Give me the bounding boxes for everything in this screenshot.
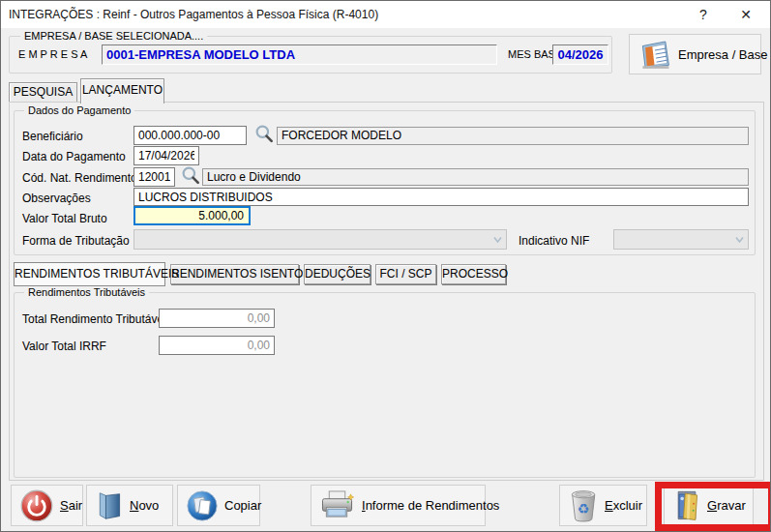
valor-total-bruto-label: Valor Total Bruto <box>22 212 107 225</box>
observacoes-input[interactable] <box>133 188 749 206</box>
subtab-deducoes[interactable]: DEDUÇÕES <box>304 264 371 284</box>
power-icon <box>19 488 54 523</box>
close-button[interactable]: ✕ <box>729 1 762 28</box>
indicativo-nif-label: Indicativo NIF <box>519 234 589 248</box>
empresa-base-button[interactable]: Empresa / Base <box>629 34 761 74</box>
trash-icon: ♻ <box>568 488 599 524</box>
svg-text:♻: ♻ <box>578 500 590 516</box>
novo-button[interactable]: Novo <box>86 485 173 526</box>
cod-nat-rendimento-input[interactable] <box>133 167 175 187</box>
excluir-button-label: Excluir <box>605 498 642 513</box>
copiar-button-label: Copiar <box>224 498 261 513</box>
sair-button-label: Sair <box>60 498 82 513</box>
beneficiario-label: Beneficiário <box>22 130 83 143</box>
cod-nat-rendimento-label: Cód. Nat. Rendimento <box>22 171 137 185</box>
subtab-processo[interactable]: PROCESSO <box>441 264 506 284</box>
indicativo-nif-select[interactable] <box>613 229 749 250</box>
title-bar: INTEGRAÇÕES : Reinf - Outros Pagamentos … <box>1 1 770 28</box>
forma-tributacao-label: Forma de Tributação <box>22 234 130 248</box>
calendar-icon <box>638 39 672 71</box>
data-pagamento-label: Data do Pagamento <box>22 150 126 163</box>
rendimentos-tributaveis-legend: Rendimentos Tributáveis <box>24 286 149 298</box>
subtab-fci-scp[interactable]: FCI / SCP <box>375 264 436 284</box>
observacoes-label: Observações <box>22 192 91 205</box>
empresa-label: E M P R E S A <box>18 48 87 60</box>
tab-pesquisa[interactable]: PESQUISA <box>9 82 77 103</box>
total-rendimento-tributavel-label: Total Rendimento Tributável <box>22 312 166 326</box>
gravar-button-label: Gravar <box>707 498 746 513</box>
informe-rendimentos-button[interactable]: Informe de Rendimentos <box>311 485 486 526</box>
cod-nat-descricao-field: Lucro e Dividendo <box>202 168 749 186</box>
valor-total-irrf-input[interactable] <box>159 336 275 355</box>
window-title: INTEGRAÇÕES : Reinf - Outros Pagamentos … <box>9 1 378 28</box>
beneficiario-nome-field: FORCEDOR MODELO <box>277 127 749 145</box>
empresa-base-button-label: Empresa / Base <box>678 47 768 62</box>
copy-icon <box>186 489 219 522</box>
chevron-down-icon <box>735 236 744 244</box>
save-folder-icon <box>672 488 701 523</box>
total-rendimento-tributavel-input[interactable] <box>159 309 275 328</box>
tab-lancamento[interactable]: LANÇAMENTO <box>80 78 164 103</box>
help-button[interactable]: ? <box>687 1 720 28</box>
sair-button[interactable]: Sair <box>11 485 83 526</box>
informe-rendimentos-button-label: Informe de Rendimentos <box>362 498 499 513</box>
dados-pagamento-legend: Dados do Pagamento <box>24 104 134 116</box>
folder-icon <box>95 489 124 522</box>
chevron-down-icon <box>493 236 502 244</box>
forma-tributacao-select[interactable] <box>133 229 507 250</box>
novo-button-label: Novo <box>130 498 159 513</box>
copiar-button[interactable]: Copiar <box>177 485 260 526</box>
subtab-rendimentos-tributaveis[interactable]: RENDIMENTOS TRIBUTÁVEIS <box>14 262 165 286</box>
cod-nat-search-icon[interactable] <box>180 165 201 187</box>
empresa-groupbox-legend: EMPRESA / BASE SELECIONADA.... <box>20 30 207 42</box>
gravar-button[interactable]: Gravar <box>664 485 754 526</box>
data-pagamento-input[interactable] <box>133 146 199 165</box>
beneficiario-cpf-input[interactable] <box>133 126 247 145</box>
mes-base-value-field: 04/2026 <box>552 44 608 65</box>
excluir-button[interactable]: ♻ Excluir <box>559 485 647 526</box>
empresa-value-field: 0001-EMPRESA MODELO LTDA <box>102 44 497 65</box>
valor-total-irrf-label: Valor Total IRRF <box>22 340 106 353</box>
dialog-window: INTEGRAÇÕES : Reinf - Outros Pagamentos … <box>0 0 771 532</box>
valor-total-bruto-input[interactable] <box>133 206 251 225</box>
subtab-rendimentos-isentos[interactable]: RENDIMENTOS ISENTOS <box>170 264 299 284</box>
printer-icon <box>319 489 356 521</box>
beneficiario-search-icon[interactable] <box>253 124 275 145</box>
